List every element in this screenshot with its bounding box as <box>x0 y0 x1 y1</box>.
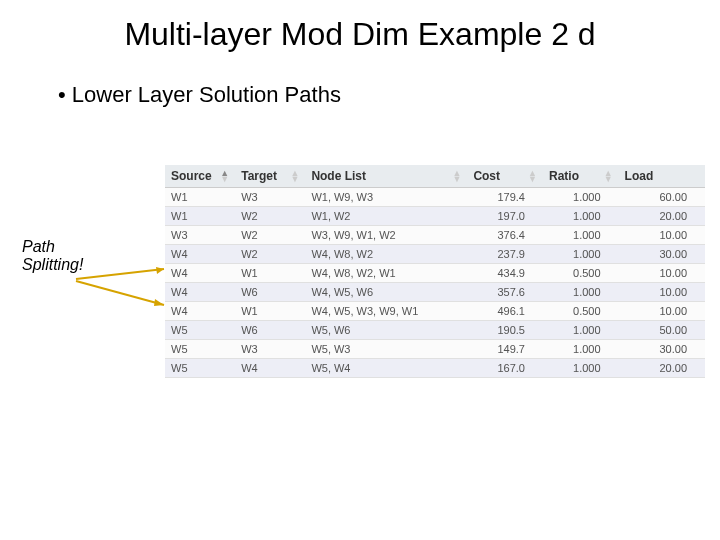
cell-target: W3 <box>235 340 305 359</box>
cell-nodelist: W4, W8, W2, W1 <box>305 264 467 283</box>
col-header-ratio[interactable]: Ratio ▲▼ <box>543 165 619 188</box>
table-row: W4W1W4, W8, W2, W1434.90.50010.00 <box>165 264 705 283</box>
sort-icon: ▲▼ <box>290 170 299 183</box>
cell-ratio: 1.000 <box>543 340 619 359</box>
cell-cost: 237.9 <box>467 245 543 264</box>
cell-ratio: 1.000 <box>543 207 619 226</box>
cell-source: W4 <box>165 302 235 321</box>
cell-load: 10.00 <box>619 226 705 245</box>
cell-source: W4 <box>165 245 235 264</box>
cell-source: W4 <box>165 283 235 302</box>
cell-cost: 197.0 <box>467 207 543 226</box>
cell-cost: 496.1 <box>467 302 543 321</box>
sort-icon: ▲▼ <box>604 170 613 183</box>
cell-nodelist: W4, W5, W3, W9, W1 <box>305 302 467 321</box>
cell-nodelist: W1, W9, W3 <box>305 188 467 207</box>
cell-target: W6 <box>235 283 305 302</box>
table-row: W3W2W3, W9, W1, W2376.41.00010.00 <box>165 226 705 245</box>
cell-source: W1 <box>165 188 235 207</box>
table-row: W1W2W1, W2197.01.00020.00 <box>165 207 705 226</box>
cell-nodelist: W1, W2 <box>305 207 467 226</box>
svg-line-2 <box>76 281 164 305</box>
cell-ratio: 1.000 <box>543 283 619 302</box>
table-row: W5W3W5, W3149.71.00030.00 <box>165 340 705 359</box>
cell-target: W1 <box>235 264 305 283</box>
cell-ratio: 1.000 <box>543 245 619 264</box>
table-row: W4W2W4, W8, W2237.91.00030.00 <box>165 245 705 264</box>
cell-source: W4 <box>165 264 235 283</box>
solution-paths-table: Source ▲▼ Target ▲▼ Node List ▲▼ Cost ▲▼… <box>165 165 705 378</box>
cell-nodelist: W3, W9, W1, W2 <box>305 226 467 245</box>
cell-ratio: 1.000 <box>543 359 619 378</box>
cell-target: W3 <box>235 188 305 207</box>
cell-load: 10.00 <box>619 302 705 321</box>
col-header-nodelist[interactable]: Node List ▲▼ <box>305 165 467 188</box>
cell-target: W4 <box>235 359 305 378</box>
col-header-source[interactable]: Source ▲▼ <box>165 165 235 188</box>
cell-source: W3 <box>165 226 235 245</box>
cell-cost: 179.4 <box>467 188 543 207</box>
annotation-line-2: Splitting! <box>22 256 83 273</box>
solution-paths-table-container: Source ▲▼ Target ▲▼ Node List ▲▼ Cost ▲▼… <box>165 165 705 378</box>
table-row: W5W4W5, W4167.01.00020.00 <box>165 359 705 378</box>
cell-source: W5 <box>165 321 235 340</box>
table-row: W4W1W4, W5, W3, W9, W1496.10.50010.00 <box>165 302 705 321</box>
cell-nodelist: W4, W8, W2 <box>305 245 467 264</box>
cell-target: W2 <box>235 207 305 226</box>
table-header-row: Source ▲▼ Target ▲▼ Node List ▲▼ Cost ▲▼… <box>165 165 705 188</box>
cell-load: 20.00 <box>619 207 705 226</box>
cell-load: 30.00 <box>619 245 705 264</box>
table-row: W1W3W1, W9, W3179.41.00060.00 <box>165 188 705 207</box>
svg-marker-3 <box>154 299 164 306</box>
col-header-target-label: Target <box>241 169 277 183</box>
cell-nodelist: W4, W5, W6 <box>305 283 467 302</box>
cell-load: 50.00 <box>619 321 705 340</box>
col-header-load[interactable]: Load <box>619 165 705 188</box>
cell-source: W1 <box>165 207 235 226</box>
cell-nodelist: W5, W4 <box>305 359 467 378</box>
cell-target: W2 <box>235 245 305 264</box>
cell-target: W1 <box>235 302 305 321</box>
table-body: W1W3W1, W9, W3179.41.00060.00W1W2W1, W21… <box>165 188 705 378</box>
cell-target: W2 <box>235 226 305 245</box>
bullet-text: Lower Layer Solution Paths <box>58 82 341 108</box>
cell-ratio: 0.500 <box>543 264 619 283</box>
cell-ratio: 1.000 <box>543 226 619 245</box>
annotation-arrows <box>72 265 168 325</box>
svg-marker-1 <box>156 267 164 274</box>
col-header-source-label: Source <box>171 169 212 183</box>
col-header-target[interactable]: Target ▲▼ <box>235 165 305 188</box>
cell-ratio: 1.000 <box>543 188 619 207</box>
cell-load: 10.00 <box>619 283 705 302</box>
col-header-nodelist-label: Node List <box>311 169 366 183</box>
sort-icon: ▲▼ <box>528 170 537 183</box>
path-splitting-annotation: Path Splitting! <box>22 238 102 273</box>
sort-icon: ▲▼ <box>220 170 229 183</box>
cell-ratio: 1.000 <box>543 321 619 340</box>
cell-nodelist: W5, W6 <box>305 321 467 340</box>
cell-cost: 376.4 <box>467 226 543 245</box>
cell-ratio: 0.500 <box>543 302 619 321</box>
col-header-cost[interactable]: Cost ▲▼ <box>467 165 543 188</box>
cell-target: W6 <box>235 321 305 340</box>
table-row: W4W6W4, W5, W6357.61.00010.00 <box>165 283 705 302</box>
cell-cost: 357.6 <box>467 283 543 302</box>
cell-cost: 190.5 <box>467 321 543 340</box>
cell-load: 60.00 <box>619 188 705 207</box>
cell-source: W5 <box>165 359 235 378</box>
cell-load: 20.00 <box>619 359 705 378</box>
cell-load: 10.00 <box>619 264 705 283</box>
cell-cost: 149.7 <box>467 340 543 359</box>
cell-cost: 167.0 <box>467 359 543 378</box>
annotation-line-1: Path <box>22 238 55 255</box>
cell-load: 30.00 <box>619 340 705 359</box>
cell-source: W5 <box>165 340 235 359</box>
col-header-load-label: Load <box>625 169 654 183</box>
table-row: W5W6W5, W6190.51.00050.00 <box>165 321 705 340</box>
cell-cost: 434.9 <box>467 264 543 283</box>
col-header-ratio-label: Ratio <box>549 169 579 183</box>
col-header-cost-label: Cost <box>473 169 500 183</box>
sort-icon: ▲▼ <box>452 170 461 183</box>
slide-title: Multi-layer Mod Dim Example 2 d <box>0 16 720 53</box>
cell-nodelist: W5, W3 <box>305 340 467 359</box>
